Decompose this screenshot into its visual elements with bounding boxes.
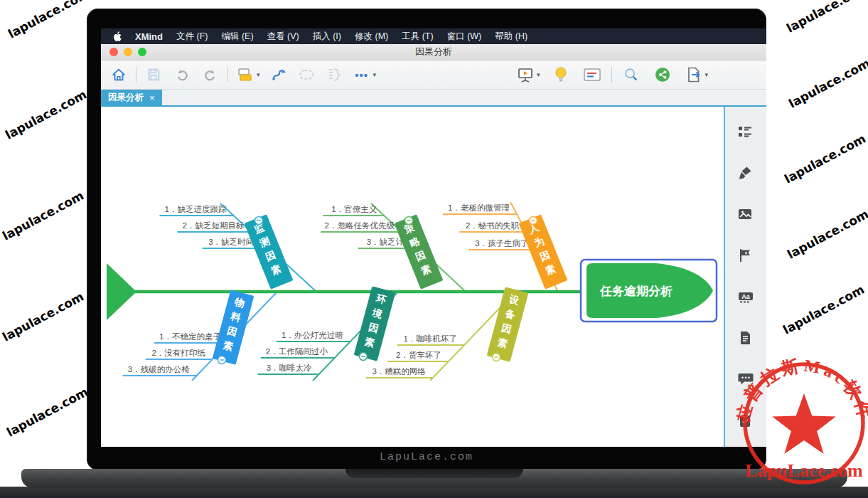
watermark-text: lapulace.com [3,88,89,142]
window-title-bar: 因果分析 [101,44,766,60]
toolbar-separator [611,67,612,83]
close-tab-icon[interactable]: × [149,92,155,103]
collapse-toggle[interactable] [360,353,368,361]
cause-item[interactable]: 3．糟糕的网络 [372,367,426,376]
laptop-lid-notch [345,469,523,478]
marker-flag-icon[interactable] [738,248,752,263]
central-topic[interactable]: 任务逾期分析 [581,260,717,322]
cause-item[interactable]: 1．老板的微管理 [448,203,510,212]
screen-content: XMind 文件 (F)编辑 (E)查看 (V)插入 (I)修改 (M)工具 (… [101,28,766,447]
label-icon[interactable]: Aa [738,290,752,304]
cause-item[interactable]: 1．办公灯光过暗 [282,331,343,339]
menu-item-5[interactable]: 工具 (T) [402,31,433,43]
export-icon[interactable] [683,64,704,85]
menu-item-1[interactable]: 编辑 (E) [221,31,253,43]
toolbar-separator [136,67,136,83]
sheet-tab-label: 因果分析 [108,92,144,104]
more-tools-icon[interactable]: ••• [351,64,373,85]
menu-bar: XMind 文件 (F)编辑 (E)查看 (V)插入 (I)修改 (M)工具 (… [101,28,766,44]
presentation-caret-icon[interactable]: ▾ [537,71,540,78]
watermark-text: lapulace.com [6,0,92,41]
branch-topic[interactable]: 策略因素 [395,214,444,289]
watermark-text: lapulace.com [0,290,86,344]
menu-item-2[interactable]: 查看 (V) [267,31,299,43]
more-tools-caret-icon[interactable]: ▾ [373,71,377,78]
watermark-text: lapulace.com [784,0,868,36]
relationship-icon[interactable] [269,64,290,85]
laptop-screen: XMind 文件 (F)编辑 (E)查看 (V)插入 (I)修改 (M)工具 (… [87,9,766,470]
cause-item[interactable]: 1．缺乏进度跟踪 [165,205,227,213]
cause-item[interactable]: 3．残破的办公椅 [128,365,190,374]
format-brush-icon[interactable] [738,166,752,180]
cause-item[interactable]: 2．货车坏了 [396,351,441,360]
notes-icon[interactable] [738,331,752,345]
branch-topic[interactable]: 监测因素 [245,214,294,289]
toolbar-separator [227,67,228,83]
fishbone-tail[interactable] [107,263,136,320]
watermark-text: lapulace.com [786,56,868,111]
watermark-text: lapulace.com [4,385,90,440]
topic-shape-icon[interactable] [235,64,256,85]
diagram-canvas[interactable]: 1．缺乏进度跟踪2．缺乏短期目标3．缺乏时间表1．官僚主义2．忽略任务优先级3．… [101,107,725,447]
search-icon[interactable] [621,64,642,85]
cause-item[interactable]: 2．秘书的失职 [466,221,520,230]
apple-logo-icon[interactable] [112,31,122,42]
cause-item[interactable]: 3．咖啡太冷 [267,364,312,372]
summary-icon[interactable] [323,64,344,85]
menu-item-3[interactable]: 插入 (I) [313,31,341,43]
tips-bulb-icon[interactable] [550,64,572,85]
stamp-star-icon [772,393,835,454]
share-icon[interactable] [652,64,673,85]
cause-item[interactable]: 2．没有打印纸 [151,349,205,357]
menu-app-name[interactable]: XMind [135,31,163,42]
branch-topic[interactable]: 设备因素 [487,287,529,361]
cause-item[interactable]: 1．不稳定的桌子 [159,332,221,341]
cause-item[interactable]: 2．工作隔间过小 [266,347,328,356]
sheet-tab-bar: 因果分析 × [101,90,766,107]
watermark-text: lapulace.com [781,282,867,337]
menu-item-6[interactable]: 窗口 (W) [447,31,482,43]
window-title: 因果分析 [101,46,766,58]
toolbar: ▾ ••• ▾ ▾ [101,60,766,90]
fishbone-diagram: 1．缺乏进度跟踪2．缺乏短期目标3．缺乏时间表1．官僚主义2．忽略任务优先级3．… [101,107,724,447]
collapse-toggle[interactable] [493,354,500,361]
stamp-site-text: LapuLace.com [745,460,863,481]
svg-text:Aa: Aa [741,293,750,300]
bezel-brand-text: LapuLace.com [87,451,766,463]
export-caret-icon[interactable]: ▾ [705,71,709,78]
save-icon[interactable] [143,64,164,85]
menu-item-0[interactable]: 文件 (F) [176,31,208,43]
redo-icon[interactable] [200,64,221,85]
page-background: { "watermark": { "text": "lapulace.com",… [0,0,868,498]
collapse-toggle[interactable] [218,356,226,364]
menu-item-4[interactable]: 修改 (M) [355,31,388,43]
topic-shape-caret-icon[interactable]: ▾ [257,71,260,78]
site-stamp: 拉普拉斯Mac软件 LapuLace.com [736,354,868,497]
watermark-text: lapulace.com [782,132,868,186]
presentation-icon[interactable] [515,64,536,85]
branch-topic[interactable]: 环境因素 [354,286,396,361]
watermark-text: lapulace.com [785,207,868,262]
note-icon[interactable] [582,64,603,85]
collapse-toggle[interactable] [530,217,537,225]
watermark-text: lapulace.com [0,189,86,243]
collapse-toggle[interactable] [405,217,413,225]
cause-item[interactable]: 1．咖啡机坏了 [404,334,457,343]
cause-item[interactable]: 1．官僚主义 [331,205,377,213]
central-topic-label: 任务逾期分析 [599,285,673,298]
sheet-tab[interactable]: 因果分析 × [101,90,162,105]
laptop-base [21,469,847,488]
cause-item[interactable]: 2．缺乏短期目标 [183,221,245,230]
boundary-icon[interactable] [296,64,317,85]
undo-icon[interactable] [171,64,193,85]
branch-topic[interactable]: 人为因素 [519,214,568,289]
image-icon[interactable] [738,207,752,221]
outline-icon[interactable] [738,124,752,139]
home-icon[interactable] [108,64,129,85]
collapse-toggle[interactable] [255,217,263,225]
menu-item-7[interactable]: 帮助 (H) [495,31,527,43]
cause-item[interactable]: 2．忽略任务优先级 [324,221,395,230]
branch-topic[interactable]: 物料因素 [213,290,254,364]
cause-item[interactable]: 3．孩子生病了 [475,239,528,248]
